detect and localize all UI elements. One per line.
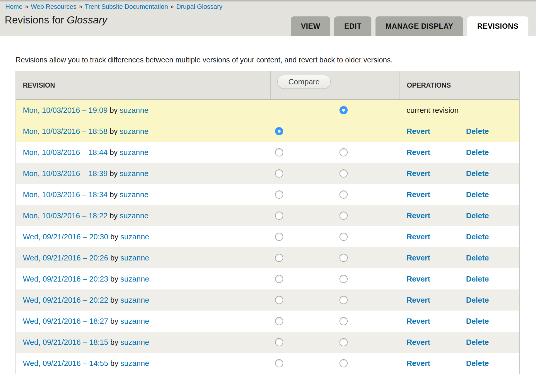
delete-link[interactable]: Delete [466,148,489,157]
delete-link[interactable]: Delete [466,359,489,368]
operations-cell: RevertDelete [400,142,520,163]
tab-view[interactable]: VIEW [291,16,330,36]
table-row: Mon, 10/03/2016 – 19:09 by suzanne curre… [16,100,519,121]
revision-author-link[interactable]: suzanne [120,169,148,178]
delete-link[interactable]: Delete [466,127,489,136]
revision-date-link[interactable]: Wed, 09/21/2016 – 20:26 [23,253,108,263]
operations-cell: RevertDelete [400,353,520,374]
compare-radio-right[interactable] [339,148,348,156]
compare-radio-left[interactable] [275,338,283,346]
revision-author-link[interactable]: suzanne [120,359,149,368]
compare-radio-left[interactable] [275,169,283,178]
revision-author-link[interactable]: suzanne [120,296,149,305]
by-label: by [110,211,117,220]
by-label: by [110,338,118,347]
compare-cell [270,163,400,184]
compare-radio-right[interactable] [339,317,348,325]
revision-date-link[interactable]: Mon, 10/03/2016 – 19:09 [23,106,107,115]
delete-link[interactable]: Delete [466,190,489,199]
revision-cell: Wed, 09/21/2016 – 20:26 by suzanne [16,247,270,268]
compare-radio-right[interactable] [339,275,348,283]
table-row: Wed, 09/21/2016 – 18:27 by suzanne Rever… [16,311,519,332]
delete-link[interactable]: Delete [466,232,489,241]
compare-radio-left[interactable] [275,190,283,199]
table-row: Wed, 09/21/2016 – 14:55 by suzanne Rever… [16,353,519,374]
page-title: Revisions for Glossary [5,14,107,26]
operations-cell: RevertDelete [400,289,520,311]
revision-date-link[interactable]: Mon, 10/03/2016 – 18:22 [23,211,107,220]
revision-date-link[interactable]: Wed, 09/21/2016 – 20:22 [23,296,108,305]
revert-link[interactable]: Revert [407,211,466,220]
revision-cell: Wed, 09/21/2016 – 20:23 by suzanne [16,268,270,289]
revision-author-link[interactable]: suzanne [120,338,149,347]
compare-radio-left[interactable] [275,148,283,156]
revert-link[interactable]: Revert [407,232,466,241]
compare-radio-right[interactable] [339,169,348,178]
revision-author-link[interactable]: suzanne [120,253,149,263]
compare-radio-right[interactable] [339,296,348,304]
by-label: by [110,169,117,178]
compare-radio-right[interactable] [339,190,348,199]
compare-radio-right[interactable] [339,338,348,346]
compare-radio-left[interactable] [275,254,283,262]
revert-link[interactable]: Revert [407,359,466,368]
revert-link[interactable]: Revert [407,338,466,347]
breadcrumb-link-trent-subsite-documentation[interactable]: Trent Subsite Documentation [85,3,168,10]
delete-link[interactable]: Delete [466,169,489,178]
revision-date-link[interactable]: Mon, 10/03/2016 – 18:58 [23,127,107,136]
revision-date-link[interactable]: Wed, 09/21/2016 – 18:27 [23,317,108,326]
revision-date-link[interactable]: Wed, 09/21/2016 – 20:30 [23,232,108,241]
revision-date-link[interactable]: Wed, 09/21/2016 – 14:55 [23,359,108,368]
revert-link[interactable]: Revert [407,296,466,305]
breadcrumb-link-home[interactable]: Home [5,3,23,10]
breadcrumb-link-web-resources[interactable]: Web Resources [31,3,76,10]
breadcrumb-link-drupal-glossary[interactable]: Drupal Glossary [176,3,223,10]
compare-radio-left[interactable] [275,127,283,135]
compare-radio-left[interactable] [275,359,283,367]
revision-author-link[interactable]: suzanne [120,317,149,326]
revision-date-link[interactable]: Wed, 09/21/2016 – 18:15 [23,338,108,347]
table-row: Wed, 09/21/2016 – 18:15 by suzanne Rever… [16,332,519,353]
compare-radio-right[interactable] [339,106,348,114]
revert-link[interactable]: Revert [407,148,466,157]
revert-link[interactable]: Revert [407,275,466,284]
delete-link[interactable]: Delete [466,296,489,305]
revision-author-link[interactable]: suzanne [120,190,148,199]
revision-author-link[interactable]: suzanne [120,232,149,241]
compare-button[interactable]: Compare [277,75,331,89]
revert-link[interactable]: Revert [407,253,466,263]
revision-date-link[interactable]: Mon, 10/03/2016 – 18:39 [23,169,107,178]
revert-link[interactable]: Revert [407,190,466,199]
compare-radio-left[interactable] [275,233,283,241]
revision-author-link[interactable]: suzanne [120,127,148,136]
revision-date-link[interactable]: Wed, 09/21/2016 – 20:23 [23,275,108,284]
delete-link[interactable]: Delete [466,253,489,263]
delete-link[interactable]: Delete [466,317,489,326]
compare-radio-left[interactable] [275,212,283,220]
compare-radio-right[interactable] [339,212,348,220]
table-row: Mon, 10/03/2016 – 18:39 by suzanne Rever… [16,163,519,184]
revision-author-link[interactable]: suzanne [120,275,149,284]
revision-author-link[interactable]: suzanne [120,148,148,157]
delete-link[interactable]: Delete [466,211,489,220]
compare-radio-left[interactable] [275,317,283,325]
breadcrumb-separator: » [79,3,82,10]
revision-author-link[interactable]: suzanne [120,211,148,220]
compare-radio-left[interactable] [275,296,283,304]
compare-radio-right[interactable] [339,233,348,241]
revert-link[interactable]: Revert [407,169,466,178]
tab-revisions[interactable]: REVISIONS [467,16,528,36]
compare-radio-right[interactable] [339,254,348,262]
compare-radio-right[interactable] [339,359,348,367]
revision-author-link[interactable]: suzanne [120,106,148,115]
table-row: Wed, 09/21/2016 – 20:22 by suzanne Rever… [16,289,519,311]
tab-edit[interactable]: EDIT [334,16,371,36]
revert-link[interactable]: Revert [407,127,466,136]
tab-manage-display[interactable]: MANAGE DISPLAY [375,16,463,36]
revert-link[interactable]: Revert [407,317,466,326]
delete-link[interactable]: Delete [466,338,489,347]
revision-date-link[interactable]: Mon, 10/03/2016 – 18:34 [23,190,107,199]
revision-date-link[interactable]: Mon, 10/03/2016 – 18:44 [23,148,107,157]
compare-radio-left[interactable] [275,275,283,283]
delete-link[interactable]: Delete [466,275,489,284]
